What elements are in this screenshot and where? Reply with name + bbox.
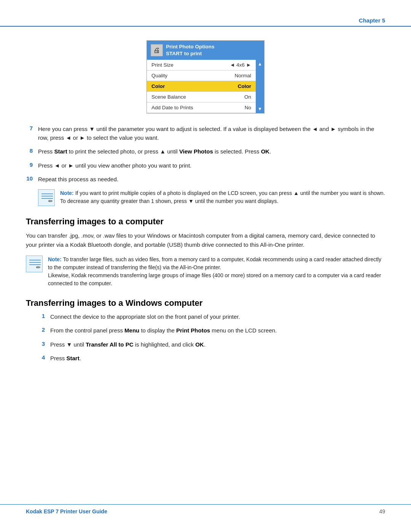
list-item: 4 Press Start. (38, 354, 385, 363)
step-number: 3 (38, 340, 45, 347)
footer-left: Kodak ESP 7 Printer User Guide (26, 508, 107, 514)
list-item: 8 Press Start to print the selected phot… (26, 147, 385, 156)
step-number: 1 (38, 313, 45, 319)
menu-screenshot: 🖨 Print Photo Options START to print Pri… (147, 40, 264, 113)
list-item: 10 Repeat this process as needed. (26, 175, 385, 184)
menu-rows-inner: Print Size ◄ 4x6 ► Quality Normal Color … (147, 60, 256, 113)
step-number: 9 (26, 161, 33, 168)
intro-steps-list: 7 Here you can press ▼ until the paramet… (26, 125, 385, 184)
step-text: Connect the device to the appropriate sl… (50, 313, 240, 321)
step-text: Press Start. (50, 354, 81, 363)
step-text: From the control panel press Menu to dis… (50, 326, 277, 335)
note-text-2: Note: To transfer large files, such as v… (48, 256, 385, 288)
scroll-arrows: ▲ ▼ (256, 60, 264, 113)
note-icon-2: ✏ (26, 256, 43, 272)
menu-row-color: Color Color (147, 81, 256, 92)
step-text: Repeat this process as needed. (38, 175, 118, 184)
list-item: 7 Here you can press ▼ until the paramet… (26, 125, 385, 142)
scroll-up-icon: ▲ (258, 61, 262, 67)
menu-row-date: Add Date to Prints No (147, 102, 256, 113)
scroll-down-icon: ▼ (258, 106, 262, 112)
section2-steps-list: 1 Connect the device to the appropriate … (38, 313, 385, 363)
menu-row-printsize: Print Size ◄ 4x6 ► (147, 60, 256, 70)
menu-header-icon: 🖨 (151, 44, 163, 56)
step-text: Press Start to print the selected photo,… (38, 147, 271, 156)
step-text: Press ◄ or ► until you view another phot… (38, 161, 191, 170)
note-icon-1: ✏ (38, 189, 55, 206)
note-box-1: ✏ Note: If you want to print multiple co… (38, 189, 385, 206)
section1-para: You can transfer .jpg, .mov, or .wav fil… (26, 231, 385, 249)
menu-with-scroll: Print Size ◄ 4x6 ► Quality Normal Color … (147, 60, 264, 113)
menu-header-text: Print Photo Options START to print (166, 43, 215, 57)
menu-row-scene: Scene Balance On (147, 92, 256, 102)
step-number: 8 (26, 147, 33, 154)
step-text: Press ▼ until Transfer All to PC is high… (50, 340, 206, 349)
list-item: 9 Press ◄ or ► until you view another ph… (26, 161, 385, 170)
footer-rule (0, 504, 411, 505)
main-content: 🖨 Print Photo Options START to print Pri… (26, 34, 385, 368)
footer-right: 49 (379, 508, 385, 514)
menu-row-quality: Quality Normal (147, 70, 256, 81)
note-box-2: ✏ Note: To transfer large files, such as… (26, 256, 385, 288)
step-text: Here you can press ▼ until the parameter… (38, 125, 385, 142)
note-text-1: Note: If you want to print multiple copi… (60, 189, 385, 205)
list-item: 1 Connect the device to the appropriate … (38, 313, 385, 321)
menu-header: 🖨 Print Photo Options START to print (147, 41, 264, 60)
step-number: 2 (38, 326, 45, 333)
top-rule (0, 26, 411, 27)
section1-heading: Transferring images to a computer (26, 217, 385, 227)
section2-heading: Transferring images to a Windows compute… (26, 298, 385, 308)
step-number: 7 (26, 125, 33, 131)
chapter-label: Chapter 5 (359, 17, 385, 24)
list-item: 3 Press ▼ until Transfer All to PC is hi… (38, 340, 385, 349)
list-item: 2 From the control panel press Menu to d… (38, 326, 385, 335)
step-number: 4 (38, 354, 45, 361)
step-number: 10 (26, 175, 33, 182)
